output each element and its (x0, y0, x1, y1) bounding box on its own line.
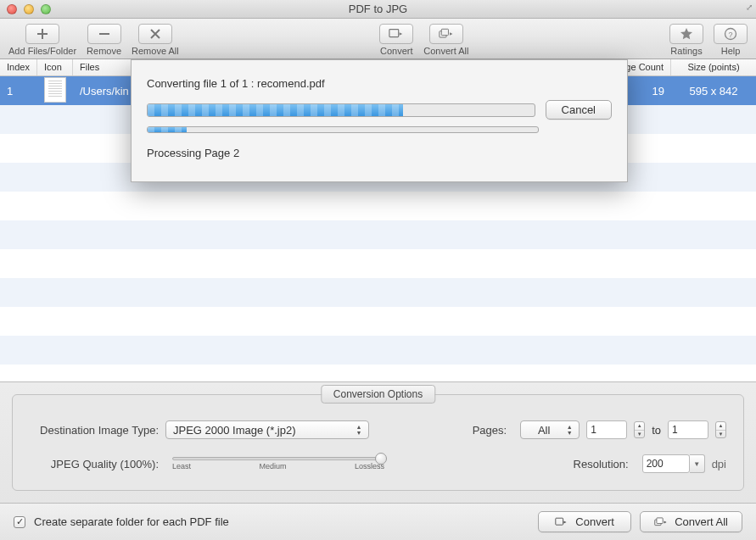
convert-all-icon (654, 516, 668, 528)
pages-to-label: to (652, 424, 661, 437)
toolbar-label: Ratings (670, 46, 702, 56)
resize-icon: ⤢ (746, 3, 753, 12)
bottom-panel: Conversion Options Destination Image Typ… (0, 381, 756, 503)
toolbar-label: Convert (380, 46, 413, 56)
svg-rect-0 (99, 33, 109, 35)
sub-progress-bar (147, 126, 539, 133)
convert-icon (555, 516, 568, 528)
main-progress-bar (147, 103, 535, 117)
add-files-button[interactable]: Add Files/Folder (3, 22, 81, 56)
processing-text: Processing Page 2 (147, 147, 612, 159)
svg-text:?: ? (728, 30, 732, 38)
pages-from-value: 1 (591, 424, 596, 436)
toolbar-label: Convert All (423, 46, 468, 56)
table-row (0, 307, 756, 336)
convert-button-toolbar[interactable]: Convert (374, 22, 418, 56)
pages-mode-select[interactable]: All ▲▼ (520, 420, 580, 439)
svg-rect-8 (657, 517, 663, 523)
help-button[interactable]: ? Help (708, 22, 753, 56)
window-close-button[interactable] (7, 4, 17, 14)
remove-all-button[interactable]: Remove All (126, 22, 184, 56)
convert-button[interactable]: Convert (538, 511, 631, 532)
svg-rect-3 (441, 29, 448, 35)
convert-all-label: Convert All (675, 515, 728, 528)
plus-icon (25, 24, 59, 44)
dest-type-value: JPEG 2000 Image (*.jp2) (173, 424, 296, 437)
cell-icon (37, 77, 73, 105)
x-icon (138, 24, 172, 44)
convert-label: Convert (575, 515, 614, 528)
quality-label: JPEG Quality (100%): (30, 458, 165, 470)
progress-dialog: Converting file 1 of 1 : recomend.pdf Ca… (131, 59, 628, 182)
conversion-options-frame: Conversion Options Destination Image Typ… (12, 394, 744, 491)
convert-all-icon (429, 24, 463, 44)
quality-slider[interactable] (172, 457, 384, 460)
resolution-value: 200 (647, 458, 664, 470)
resolution-unit: dpi (712, 458, 726, 470)
slider-least-label: Least (172, 462, 191, 470)
table-row (0, 249, 756, 278)
titlebar: PDF to JPG ⤢ (0, 0, 756, 19)
toolbar: Add Files/Folder Remove Remove All Conve… (0, 19, 756, 59)
toolbar-label: Help (721, 46, 741, 56)
pages-to-stepper[interactable]: ▲▼ (715, 421, 726, 438)
cell-index: 1 (0, 85, 37, 97)
slider-thumb[interactable] (375, 453, 387, 465)
resolution-dropdown[interactable]: ▼ (690, 454, 705, 473)
dest-type-label: Destination Image Type: (30, 424, 165, 437)
cell-size: 595 x 842 (671, 85, 756, 97)
star-icon (669, 24, 703, 44)
ratings-button[interactable]: Ratings (664, 22, 708, 56)
table-row (0, 278, 756, 307)
resolution-input[interactable]: 200 (642, 454, 690, 473)
dialog-title: Converting file 1 of 1 : recomend.pdf (147, 77, 612, 90)
pages-label: Pages: (473, 424, 513, 437)
convert-all-button-toolbar[interactable]: Convert All (418, 22, 473, 56)
column-icon[interactable]: Icon (37, 59, 73, 75)
table-row (0, 365, 756, 373)
pages-from-input[interactable]: 1 (586, 420, 627, 439)
chevron-updown-icon: ▲▼ (563, 423, 575, 437)
pages-from-stepper[interactable]: ▲▼ (634, 421, 645, 438)
dest-type-select[interactable]: JPEG 2000 Image (*.jp2) ▲▼ (165, 420, 369, 439)
table-row (0, 336, 756, 365)
table-row (0, 192, 756, 220)
minus-icon (87, 24, 121, 44)
pages-to-input[interactable]: 1 (668, 420, 708, 439)
table-row (0, 220, 756, 249)
pages-to-value: 1 (672, 424, 678, 436)
remove-button[interactable]: Remove (81, 22, 126, 56)
pages-mode-value: All (538, 424, 550, 437)
chevron-down-icon: ▼ (693, 460, 700, 468)
document-icon (44, 77, 66, 103)
svg-rect-1 (389, 29, 399, 36)
column-size[interactable]: Size (points) (671, 59, 756, 75)
help-icon: ? (714, 24, 748, 44)
slider-medium-label: Medium (260, 462, 287, 470)
chevron-updown-icon: ▲▼ (353, 423, 365, 437)
convert-icon (379, 24, 413, 44)
footer: ✓ Create separate folder for each PDF fi… (0, 503, 756, 540)
separate-folder-checkbox[interactable]: ✓ (14, 516, 25, 528)
toolbar-label: Add Files/Folder (8, 46, 76, 56)
cancel-label: Cancel (562, 103, 596, 116)
resolution-label: Resolution: (574, 458, 636, 470)
column-index[interactable]: Index (0, 59, 37, 75)
window-title: PDF to JPG (0, 3, 756, 15)
convert-all-button[interactable]: Convert All (640, 511, 742, 532)
svg-rect-6 (556, 518, 563, 525)
conversion-options-label: Conversion Options (321, 385, 435, 404)
toolbar-label: Remove All (132, 46, 179, 56)
window-minimize-button[interactable] (24, 4, 34, 14)
toolbar-label: Remove (87, 46, 121, 56)
cancel-button[interactable]: Cancel (546, 100, 612, 120)
separate-folder-label: Create separate folder for each PDF file (34, 515, 229, 528)
window-zoom-button[interactable] (41, 4, 51, 14)
